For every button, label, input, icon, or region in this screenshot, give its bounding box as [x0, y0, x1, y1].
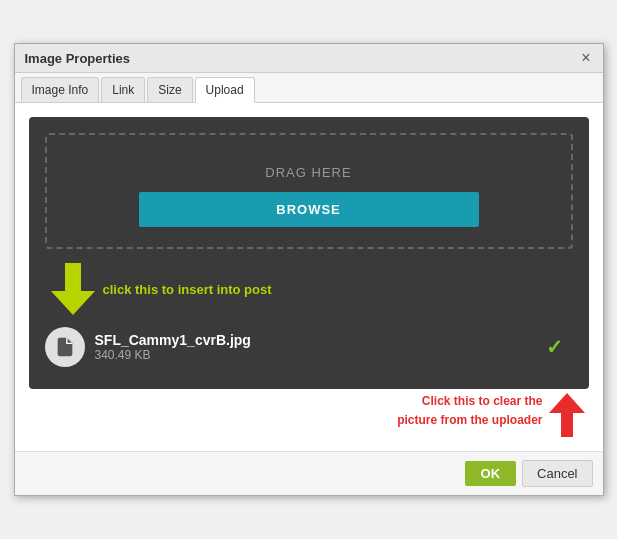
browse-button[interactable]: BROWSE	[139, 192, 479, 227]
red-up-arrow-icon	[549, 393, 585, 437]
dialog-title: Image Properties	[25, 51, 131, 66]
tab-bar: Image Info Link Size Upload	[15, 73, 603, 103]
svg-marker-1	[549, 393, 585, 437]
cancel-button[interactable]: Cancel	[522, 460, 592, 487]
insert-annotation-text: click this to insert into post	[103, 282, 272, 297]
image-properties-dialog: Image Properties × Image Info Link Size …	[14, 43, 604, 496]
file-item: SFL_Cammy1_cvrB.jpg 340.49 KB ✓	[45, 321, 573, 373]
svg-marker-0	[51, 263, 95, 315]
file-icon	[45, 327, 85, 367]
green-down-arrow-icon	[51, 263, 95, 315]
tab-link[interactable]: Link	[101, 77, 145, 102]
dialog-titlebar: Image Properties ×	[15, 44, 603, 73]
drag-here-text: DRAG HERE	[265, 165, 351, 180]
clear-annotation-text-line2: picture from the uploader	[397, 412, 542, 429]
file-size: 340.49 KB	[95, 348, 251, 362]
tab-image-info[interactable]: Image Info	[21, 77, 100, 102]
close-button[interactable]: ×	[579, 50, 592, 66]
dialog-body: DRAG HERE BROWSE click this to insert in…	[15, 103, 603, 451]
tab-upload[interactable]: Upload	[195, 77, 255, 103]
clear-annotation: Click this to clear the picture from the…	[29, 389, 589, 437]
ok-button[interactable]: OK	[465, 461, 517, 486]
document-icon	[54, 336, 76, 358]
drop-zone[interactable]: DRAG HERE BROWSE	[45, 133, 573, 249]
tab-size[interactable]: Size	[147, 77, 192, 102]
clear-annotation-text-line1: Click this to clear the	[422, 393, 543, 410]
insert-annotation: click this to insert into post	[45, 261, 573, 321]
upload-area: DRAG HERE BROWSE click this to insert in…	[29, 117, 589, 389]
check-icon: ✓	[546, 335, 563, 359]
file-details: SFL_Cammy1_cvrB.jpg 340.49 KB	[95, 332, 251, 362]
dialog-footer: OK Cancel	[15, 451, 603, 495]
file-name: SFL_Cammy1_cvrB.jpg	[95, 332, 251, 348]
